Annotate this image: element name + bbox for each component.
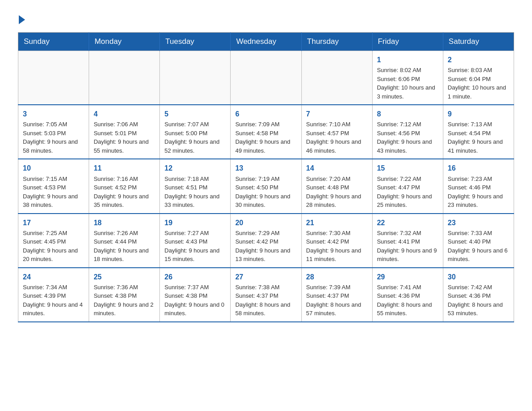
day-info: Sunrise: 7:39 AM Sunset: 4:37 PM Dayligh… xyxy=(306,283,368,318)
day-info: Sunrise: 7:18 AM Sunset: 4:51 PM Dayligh… xyxy=(164,175,226,210)
calendar-cell xyxy=(231,51,301,105)
day-of-week-header: Friday xyxy=(372,33,443,51)
day-of-week-header: Tuesday xyxy=(160,33,231,51)
calendar-week-row: 24Sunrise: 7:34 AM Sunset: 4:39 PM Dayli… xyxy=(18,268,514,322)
calendar-cell: 27Sunrise: 7:38 AM Sunset: 4:37 PM Dayli… xyxy=(231,268,301,322)
day-info: Sunrise: 7:27 AM Sunset: 4:43 PM Dayligh… xyxy=(164,229,226,264)
calendar-cell: 21Sunrise: 7:30 AM Sunset: 4:42 PM Dayli… xyxy=(301,214,372,268)
calendar-cell: 15Sunrise: 7:22 AM Sunset: 4:47 PM Dayli… xyxy=(372,159,443,213)
calendar-cell: 4Sunrise: 7:06 AM Sunset: 5:01 PM Daylig… xyxy=(89,105,160,159)
calendar-cell: 7Sunrise: 7:10 AM Sunset: 4:57 PM Daylig… xyxy=(301,105,372,159)
day-number: 8 xyxy=(377,109,438,119)
day-info: Sunrise: 7:36 AM Sunset: 4:38 PM Dayligh… xyxy=(94,283,155,318)
day-info: Sunrise: 7:30 AM Sunset: 4:42 PM Dayligh… xyxy=(306,229,368,264)
day-info: Sunrise: 7:15 AM Sunset: 4:53 PM Dayligh… xyxy=(23,175,84,210)
day-info: Sunrise: 7:10 AM Sunset: 4:57 PM Dayligh… xyxy=(306,120,368,155)
day-number: 9 xyxy=(448,109,509,119)
calendar-cell: 5Sunrise: 7:07 AM Sunset: 5:00 PM Daylig… xyxy=(160,105,231,159)
day-info: Sunrise: 7:33 AM Sunset: 4:40 PM Dayligh… xyxy=(448,229,509,264)
calendar-cell: 13Sunrise: 7:19 AM Sunset: 4:50 PM Dayli… xyxy=(231,159,301,213)
day-info: Sunrise: 7:06 AM Sunset: 5:01 PM Dayligh… xyxy=(94,120,155,155)
day-number: 3 xyxy=(23,109,84,119)
calendar-cell: 8Sunrise: 7:12 AM Sunset: 4:56 PM Daylig… xyxy=(372,105,443,159)
calendar-week-row: 17Sunrise: 7:25 AM Sunset: 4:45 PM Dayli… xyxy=(18,214,514,268)
logo xyxy=(18,13,25,23)
day-number: 19 xyxy=(164,218,226,228)
day-number: 28 xyxy=(306,272,368,282)
day-info: Sunrise: 7:16 AM Sunset: 4:52 PM Dayligh… xyxy=(94,175,155,210)
calendar-cell: 10Sunrise: 7:15 AM Sunset: 4:53 PM Dayli… xyxy=(18,159,89,213)
day-info: Sunrise: 7:13 AM Sunset: 4:54 PM Dayligh… xyxy=(448,120,509,155)
day-info: Sunrise: 7:20 AM Sunset: 4:48 PM Dayligh… xyxy=(306,175,368,210)
day-number: 2 xyxy=(448,55,509,65)
calendar-cell: 26Sunrise: 7:37 AM Sunset: 4:38 PM Dayli… xyxy=(160,268,231,322)
day-number: 4 xyxy=(94,109,155,119)
calendar-cell xyxy=(89,51,160,105)
day-number: 29 xyxy=(377,272,438,282)
day-number: 13 xyxy=(235,163,296,173)
calendar-cell: 17Sunrise: 7:25 AM Sunset: 4:45 PM Dayli… xyxy=(18,214,89,268)
day-number: 5 xyxy=(164,109,226,119)
day-info: Sunrise: 7:12 AM Sunset: 4:56 PM Dayligh… xyxy=(377,120,438,155)
day-of-week-header: Saturday xyxy=(443,33,514,51)
day-info: Sunrise: 7:26 AM Sunset: 4:44 PM Dayligh… xyxy=(94,229,155,264)
day-of-week-header: Sunday xyxy=(18,33,89,51)
day-number: 25 xyxy=(94,272,155,282)
day-of-week-header: Thursday xyxy=(301,33,372,51)
day-info: Sunrise: 7:23 AM Sunset: 4:46 PM Dayligh… xyxy=(448,175,509,210)
calendar-cell: 19Sunrise: 7:27 AM Sunset: 4:43 PM Dayli… xyxy=(160,214,231,268)
day-number: 24 xyxy=(23,272,84,282)
day-number: 17 xyxy=(23,218,84,228)
day-number: 20 xyxy=(235,218,296,228)
day-number: 30 xyxy=(448,272,509,282)
day-number: 6 xyxy=(235,109,296,119)
day-of-week-header: Wednesday xyxy=(231,33,301,51)
calendar-cell: 1Sunrise: 8:02 AM Sunset: 6:06 PM Daylig… xyxy=(372,51,443,105)
calendar-cell: 30Sunrise: 7:42 AM Sunset: 4:36 PM Dayli… xyxy=(443,268,514,322)
calendar-cell: 25Sunrise: 7:36 AM Sunset: 4:38 PM Dayli… xyxy=(89,268,160,322)
calendar-week-row: 1Sunrise: 8:02 AM Sunset: 6:06 PM Daylig… xyxy=(18,51,514,105)
calendar-cell: 20Sunrise: 7:29 AM Sunset: 4:42 PM Dayli… xyxy=(231,214,301,268)
day-info: Sunrise: 7:19 AM Sunset: 4:50 PM Dayligh… xyxy=(235,175,296,210)
calendar-cell: 14Sunrise: 7:20 AM Sunset: 4:48 PM Dayli… xyxy=(301,159,372,213)
day-info: Sunrise: 7:38 AM Sunset: 4:37 PM Dayligh… xyxy=(235,283,296,318)
calendar-cell: 9Sunrise: 7:13 AM Sunset: 4:54 PM Daylig… xyxy=(443,105,514,159)
day-info: Sunrise: 7:09 AM Sunset: 4:58 PM Dayligh… xyxy=(235,120,296,155)
calendar-cell xyxy=(18,51,89,105)
day-number: 15 xyxy=(377,163,438,173)
page-header xyxy=(18,13,514,23)
day-info: Sunrise: 7:34 AM Sunset: 4:39 PM Dayligh… xyxy=(23,283,84,318)
calendar-cell: 24Sunrise: 7:34 AM Sunset: 4:39 PM Dayli… xyxy=(18,268,89,322)
day-info: Sunrise: 7:41 AM Sunset: 4:36 PM Dayligh… xyxy=(377,283,438,318)
day-info: Sunrise: 7:32 AM Sunset: 4:41 PM Dayligh… xyxy=(377,229,438,264)
calendar-cell: 22Sunrise: 7:32 AM Sunset: 4:41 PM Dayli… xyxy=(372,214,443,268)
day-number: 12 xyxy=(164,163,226,173)
calendar-week-row: 10Sunrise: 7:15 AM Sunset: 4:53 PM Dayli… xyxy=(18,159,514,213)
calendar-cell: 18Sunrise: 7:26 AM Sunset: 4:44 PM Dayli… xyxy=(89,214,160,268)
calendar-week-row: 3Sunrise: 7:05 AM Sunset: 5:03 PM Daylig… xyxy=(18,105,514,159)
day-number: 21 xyxy=(306,218,368,228)
day-number: 11 xyxy=(94,163,155,173)
day-info: Sunrise: 7:07 AM Sunset: 5:00 PM Dayligh… xyxy=(164,120,226,155)
day-number: 1 xyxy=(377,55,438,65)
calendar-cell: 3Sunrise: 7:05 AM Sunset: 5:03 PM Daylig… xyxy=(18,105,89,159)
day-number: 18 xyxy=(94,218,155,228)
calendar-cell: 28Sunrise: 7:39 AM Sunset: 4:37 PM Dayli… xyxy=(301,268,372,322)
day-info: Sunrise: 7:05 AM Sunset: 5:03 PM Dayligh… xyxy=(23,120,84,155)
day-info: Sunrise: 7:22 AM Sunset: 4:47 PM Dayligh… xyxy=(377,175,438,210)
day-number: 14 xyxy=(306,163,368,173)
calendar-cell: 16Sunrise: 7:23 AM Sunset: 4:46 PM Dayli… xyxy=(443,159,514,213)
day-info: Sunrise: 7:42 AM Sunset: 4:36 PM Dayligh… xyxy=(448,283,509,318)
calendar-cell: 29Sunrise: 7:41 AM Sunset: 4:36 PM Dayli… xyxy=(372,268,443,322)
calendar-header-row: SundayMondayTuesdayWednesdayThursdayFrid… xyxy=(18,33,514,51)
logo-triangle-icon xyxy=(19,15,25,24)
day-number: 10 xyxy=(23,163,84,173)
calendar-cell: 6Sunrise: 7:09 AM Sunset: 4:58 PM Daylig… xyxy=(231,105,301,159)
day-info: Sunrise: 8:03 AM Sunset: 6:04 PM Dayligh… xyxy=(448,66,509,101)
day-number: 26 xyxy=(164,272,226,282)
day-info: Sunrise: 8:02 AM Sunset: 6:06 PM Dayligh… xyxy=(377,66,438,101)
calendar-cell: 11Sunrise: 7:16 AM Sunset: 4:52 PM Dayli… xyxy=(89,159,160,213)
calendar-table: SundayMondayTuesdayWednesdayThursdayFrid… xyxy=(18,32,514,322)
day-number: 7 xyxy=(306,109,368,119)
calendar-cell: 2Sunrise: 8:03 AM Sunset: 6:04 PM Daylig… xyxy=(443,51,514,105)
